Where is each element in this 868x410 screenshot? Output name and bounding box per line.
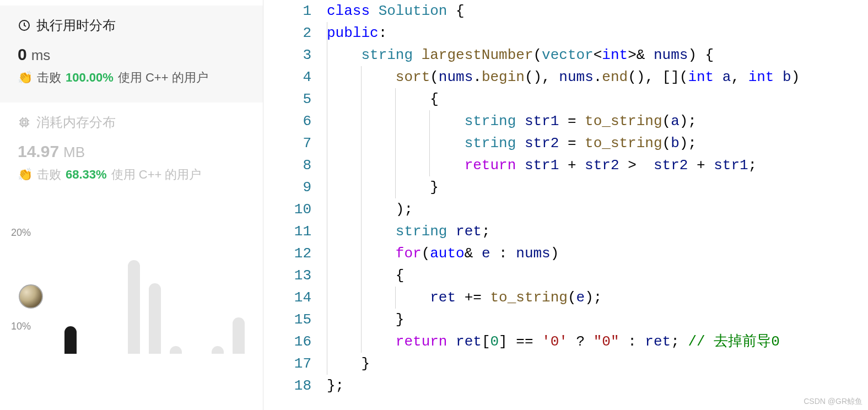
- code-text: );: [327, 201, 413, 218]
- indent-guide: [327, 331, 327, 353]
- memory-unit: MB: [63, 144, 85, 161]
- indent-guide: [327, 242, 327, 265]
- memory-card[interactable]: 消耗内存分布 14.97 MB 👏 击败 68.33% 使用 C++ 的用户: [0, 102, 263, 199]
- code-line[interactable]: );: [327, 198, 868, 220]
- runtime-beats-row: 👏 击败 100.00% 使用 C++ 的用户: [18, 69, 245, 86]
- indent-guide: [327, 309, 327, 331]
- runtime-beats-pct: 100.00%: [66, 71, 114, 85]
- indent-guide: [361, 88, 362, 110]
- indent-guide: [327, 353, 327, 375]
- code-line[interactable]: class Solution {: [327, 0, 868, 22]
- indent-guide: [361, 154, 362, 176]
- code-text: return str1 + str2 > str2 + str1;: [327, 157, 757, 174]
- indent-guide: [327, 198, 327, 220]
- chart-bar[interactable]: [170, 346, 182, 354]
- indent-guide: [429, 132, 430, 154]
- indent-guide: [327, 44, 327, 66]
- code-text: return ret[0] == '0' ? "0" : ret; // 去掉前…: [327, 333, 780, 350]
- indent-guide: [327, 132, 327, 154]
- indent-guide: [361, 220, 362, 242]
- code-line[interactable]: string str2 = to_string(b);: [327, 132, 868, 154]
- line-number: 11: [263, 220, 311, 242]
- indent-guide: [327, 265, 327, 287]
- indent-guide: [395, 132, 396, 154]
- clap-icon: 👏: [18, 168, 33, 182]
- indent-guide: [327, 176, 327, 198]
- runtime-card[interactable]: 执行用时分布 0 ms 👏 击败 100.00% 使用 C++ 的用户: [0, 6, 263, 102]
- indent-guide: [395, 176, 396, 198]
- line-number: 1: [263, 0, 311, 22]
- line-number: 18: [263, 375, 311, 397]
- code-line[interactable]: }: [327, 176, 868, 198]
- code-line[interactable]: sort(nums.begin(), nums.end(), [](int a,…: [327, 66, 868, 88]
- code-content[interactable]: class Solution {public: string largestNu…: [327, 0, 868, 410]
- line-number: 2: [263, 22, 311, 44]
- indent-guide: [361, 176, 362, 198]
- code-line[interactable]: string largestNumber(vector<int>& nums) …: [327, 44, 868, 66]
- code-text: };: [327, 377, 344, 394]
- memory-value-row: 14.97 MB: [18, 142, 245, 161]
- indent-guide: [395, 88, 396, 110]
- chart-bar[interactable]: [149, 283, 161, 354]
- line-number: 5: [263, 88, 311, 110]
- chart-bar[interactable]: [233, 317, 245, 354]
- svg-rect-1: [21, 119, 28, 126]
- line-number: 7: [263, 132, 311, 154]
- runtime-value-row: 0 ms: [18, 45, 245, 64]
- indent-guide: [395, 154, 396, 176]
- code-line[interactable]: for(auto& e : nums): [327, 242, 868, 265]
- line-number: 4: [263, 66, 311, 88]
- code-line[interactable]: public:: [327, 22, 868, 44]
- code-line[interactable]: }: [327, 309, 868, 331]
- line-number: 3: [263, 44, 311, 66]
- clap-icon: 👏: [18, 71, 33, 85]
- code-text: public:: [327, 25, 387, 41]
- indent-guide: [429, 154, 430, 176]
- code-line[interactable]: string str1 = to_string(a);: [327, 110, 868, 132]
- indent-guide: [429, 110, 430, 132]
- line-number: 14: [263, 287, 311, 309]
- code-text: }: [327, 355, 370, 372]
- chart-bar[interactable]: [212, 346, 224, 354]
- code-text: ret += to_string(e);: [327, 289, 602, 306]
- clock-icon: [18, 19, 31, 32]
- code-text: sort(nums.begin(), nums.end(), [](int a,…: [327, 69, 800, 85]
- code-line[interactable]: return ret[0] == '0' ? "0" : ret; // 去掉前…: [327, 331, 868, 353]
- chart-bar-current[interactable]: [64, 326, 77, 354]
- code-text: }: [327, 311, 404, 328]
- code-line[interactable]: {: [327, 88, 868, 110]
- axis-label-20: 20%: [11, 227, 31, 239]
- indent-guide: [327, 154, 327, 176]
- line-number: 17: [263, 353, 311, 375]
- memory-beats-suffix: 使用 C++ 的用户: [111, 166, 202, 183]
- indent-guide: [327, 22, 327, 44]
- line-number: 9: [263, 176, 311, 198]
- line-gutter: 123456789101112131415161718: [263, 0, 327, 410]
- chart-bar[interactable]: [128, 260, 140, 354]
- memory-beats-label: 击败: [37, 166, 61, 183]
- indent-guide: [361, 110, 362, 132]
- code-text: string str2 = to_string(b);: [327, 135, 697, 152]
- code-text: class Solution {: [327, 3, 465, 19]
- svg-rect-2: [23, 121, 26, 124]
- runtime-value: 0: [18, 45, 27, 64]
- indent-guide: [327, 287, 327, 309]
- indent-guide: [327, 110, 327, 132]
- indent-guide: [395, 110, 396, 132]
- code-editor[interactable]: 123456789101112131415161718 class Soluti…: [263, 0, 868, 410]
- code-line[interactable]: string ret;: [327, 220, 868, 242]
- memory-beats-pct: 68.33%: [66, 168, 107, 182]
- runtime-title-row: 执行用时分布: [18, 17, 245, 34]
- indent-guide: [361, 331, 362, 353]
- line-number: 12: [263, 242, 311, 265]
- code-line[interactable]: };: [327, 375, 868, 397]
- code-line[interactable]: return str1 + str2 > str2 + str1;: [327, 154, 868, 176]
- line-number: 16: [263, 331, 311, 353]
- code-line[interactable]: ret += to_string(e);: [327, 287, 868, 309]
- code-line[interactable]: }: [327, 353, 868, 375]
- indent-guide: [361, 242, 362, 265]
- line-number: 8: [263, 154, 311, 176]
- code-line[interactable]: {: [327, 265, 868, 287]
- indent-guide: [327, 220, 327, 242]
- line-number: 13: [263, 265, 311, 287]
